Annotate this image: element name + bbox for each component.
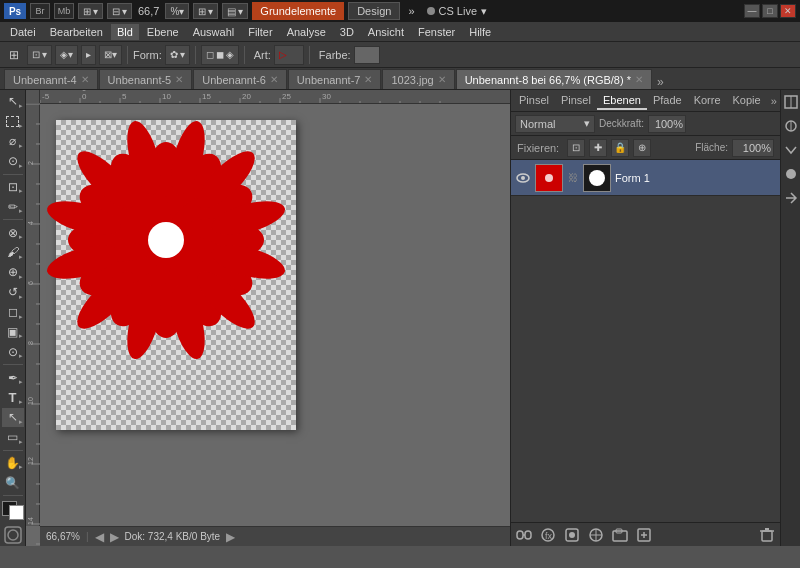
tab-unbenannt7[interactable]: Unbenannt-7 ✕	[288, 69, 382, 89]
blend-mode-select[interactable]: Normal ▾	[515, 115, 595, 133]
background-color[interactable]	[9, 505, 24, 520]
tabs-overflow[interactable]: »	[653, 75, 668, 89]
lock-pixels[interactable]: ⊡	[567, 139, 585, 157]
close-button[interactable]: ✕	[780, 4, 796, 18]
layer-mask-thumb[interactable]	[583, 164, 611, 192]
link-layers-button[interactable]	[515, 526, 533, 544]
move-tool[interactable]: ↖ ▸	[2, 92, 24, 111]
spot-heal-tool[interactable]: ⊗ ▸	[2, 223, 24, 242]
layer-link-icon[interactable]: ⛓	[567, 172, 579, 184]
pen-tool[interactable]: ✒ ▸	[2, 368, 24, 387]
rect-select-tool[interactable]: ▸	[2, 112, 24, 131]
farbe-swatch[interactable]	[354, 46, 380, 64]
hand-tool[interactable]: ✋ ▸	[2, 454, 24, 473]
zoom-percent[interactable]: % ▾	[165, 3, 189, 19]
right-edge-icon-2[interactable]	[783, 118, 799, 134]
fg-bg-colors[interactable]	[2, 501, 24, 520]
status-expand[interactable]: ▶	[226, 530, 235, 544]
right-edge-icon-3[interactable]	[783, 142, 799, 158]
third-view-button[interactable]: ⊞ ▾	[193, 3, 218, 19]
menu-analyse[interactable]: Analyse	[281, 24, 332, 40]
path-select-tool[interactable]: ↖ ▸	[2, 408, 24, 427]
tab-unbenannt6[interactable]: Unbenannt-6 ✕	[193, 69, 287, 89]
menu-ansicht[interactable]: Ansicht	[362, 24, 410, 40]
cs-live-label[interactable]: CS Live	[439, 5, 478, 17]
status-nav-right[interactable]: ▶	[110, 530, 119, 544]
shape-selector[interactable]: ✿ ▾	[165, 45, 190, 65]
brush-options[interactable]: ◈ ▾	[55, 45, 78, 65]
menu-auswahl[interactable]: Auswahl	[187, 24, 241, 40]
add-style-button[interactable]: fx	[539, 526, 557, 544]
close-tab-unbenannt6[interactable]: ✕	[270, 74, 278, 85]
menu-fenster[interactable]: Fenster	[412, 24, 461, 40]
menu-bearbeiten[interactable]: Bearbeiten	[44, 24, 109, 40]
lock-all[interactable]: 🔒	[611, 139, 629, 157]
zoom-tool[interactable]: 🔍	[2, 473, 24, 492]
type-tool[interactable]: T ▸	[2, 388, 24, 407]
menu-filter[interactable]: Filter	[242, 24, 278, 40]
panel-tab-pinsel1[interactable]: Pinsel	[513, 92, 555, 110]
quick-mask-button[interactable]	[2, 525, 24, 544]
layer-thumbnail[interactable]	[535, 164, 563, 192]
minimize-button[interactable]: —	[744, 4, 760, 18]
add-mask-button[interactable]	[563, 526, 581, 544]
dodge-tool[interactable]: ⊙ ▸	[2, 342, 24, 361]
panel-tab-kopie[interactable]: Kopie	[727, 92, 767, 110]
clone-tool[interactable]: ⊕ ▸	[2, 263, 24, 282]
history-brush-tool[interactable]: ↺ ▸	[2, 283, 24, 302]
shape-tool-options[interactable]: ◻◼◈	[201, 45, 239, 65]
design-button[interactable]: Design	[348, 2, 400, 20]
brush-tool[interactable]: 🖌 ▸	[2, 243, 24, 262]
menu-bld[interactable]: Bld	[111, 24, 139, 40]
panel-tab-pinsel2[interactable]: Pinsel	[555, 92, 597, 110]
brush-size[interactable]: ▸	[81, 45, 96, 65]
tool-preset-icon[interactable]: ⊞	[4, 45, 24, 65]
right-edge-icon-5[interactable]	[783, 190, 799, 206]
gradient-tool[interactable]: ▣ ▸	[2, 323, 24, 342]
layer-visibility[interactable]	[515, 170, 531, 186]
close-tab-1023jpg[interactable]: ✕	[438, 74, 446, 85]
quick-select-tool[interactable]: ⊙ ▸	[2, 152, 24, 171]
eyedropper-tool[interactable]: ✏ ▸	[2, 197, 24, 216]
group-button[interactable]	[611, 526, 629, 544]
more-workspaces-button[interactable]: »	[404, 5, 418, 17]
status-nav-left[interactable]: ◀	[95, 530, 104, 544]
menu-3d[interactable]: 3D	[334, 24, 360, 40]
lock-extra[interactable]: ⊕	[633, 139, 651, 157]
panel-tab-ebenen[interactable]: Ebenen	[597, 92, 647, 110]
view-button[interactable]: ⊞ ▾	[78, 3, 103, 19]
crop-tool[interactable]: ⊡ ▸	[2, 177, 24, 196]
maximize-button[interactable]: □	[762, 4, 778, 18]
delete-layer-button[interactable]	[758, 526, 776, 544]
tab-active[interactable]: Unbenannt-8 bei 66,7% (RGB/8) * ✕	[456, 69, 652, 89]
menu-hilfe[interactable]: Hilfe	[463, 24, 497, 40]
panel-tab-pfade[interactable]: Pfade	[647, 92, 688, 110]
lock-position[interactable]: ✚	[589, 139, 607, 157]
layer-row[interactable]: ⛓ Form 1	[511, 160, 780, 196]
opacity-input[interactable]: 100%	[648, 115, 686, 133]
panel-tab-korre[interactable]: Korre	[688, 92, 727, 110]
bridge-button[interactable]: Br	[30, 3, 50, 19]
close-tab-unbenannt4[interactable]: ✕	[81, 74, 89, 85]
close-tab-unbenannt5[interactable]: ✕	[175, 74, 183, 85]
minibrige-button[interactable]: Mb	[54, 3, 74, 19]
menu-datei[interactable]: Datei	[4, 24, 42, 40]
tab-unbenannt5[interactable]: Unbenannt-5 ✕	[99, 69, 193, 89]
shape-tool[interactable]: ▭ ▸	[2, 428, 24, 447]
workspace-button[interactable]: Grundelemente	[252, 2, 344, 20]
fourth-view-button[interactable]: ▤ ▾	[222, 3, 248, 19]
right-edge-icon-1[interactable]	[783, 94, 799, 110]
lasso-tool[interactable]: ⌀ ▸	[2, 132, 24, 151]
art-selector[interactable]: ▷	[274, 45, 304, 65]
tab-unbenannt4[interactable]: Unbenannt-4 ✕	[4, 69, 98, 89]
right-edge-icon-4[interactable]	[783, 166, 799, 182]
menu-ebene[interactable]: Ebene	[141, 24, 185, 40]
marquee-options[interactable]: ⊡ ▾	[27, 45, 52, 65]
panel-tabs-overflow[interactable]: »	[767, 95, 781, 107]
tab-1023jpg[interactable]: 1023.jpg ✕	[382, 69, 454, 89]
adjustment-button[interactable]	[587, 526, 605, 544]
new-layer-button[interactable]	[635, 526, 653, 544]
eraser-tool[interactable]: ◻ ▸	[2, 303, 24, 322]
close-tab-active[interactable]: ✕	[635, 74, 643, 85]
another-options[interactable]: ⊠ ▾	[99, 45, 122, 65]
